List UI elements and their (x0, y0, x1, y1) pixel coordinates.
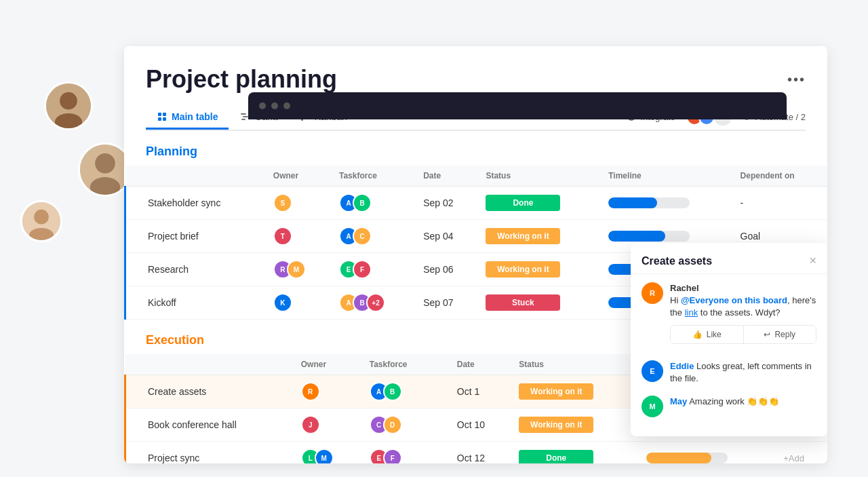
owner-cell: T (265, 220, 331, 253)
tab-main-table[interactable]: Main table (146, 106, 229, 130)
owner-cell: K (265, 286, 331, 320)
popup-title: Create assets (642, 255, 712, 267)
status-badge: Done (486, 195, 560, 211)
task-name: Project brief (125, 220, 265, 253)
status-cell: Stuck (477, 286, 600, 320)
link[interactable]: link (685, 307, 698, 318)
owner-avatar: R (301, 382, 320, 401)
taskforce-cell: A B (331, 187, 415, 220)
status-cell: Working on it (477, 220, 600, 253)
col-status: Status (511, 354, 638, 375)
table-row[interactable]: Project sync L M E F (125, 442, 828, 464)
col-owner: Owner (265, 166, 331, 187)
date-cell: Oct 12 (449, 442, 511, 464)
timeline-bar (608, 197, 657, 208)
col-task (125, 354, 293, 375)
like-button[interactable]: 👍 Like (671, 326, 743, 343)
owner-avatar: T (273, 227, 292, 246)
status-badge: Done (519, 450, 593, 463)
task-name: Research (125, 253, 265, 286)
status-badge: Working on it (486, 261, 560, 278)
owner-avatar: J (301, 415, 320, 434)
date-cell: Sep 02 (415, 187, 477, 220)
page-title: Project planning (146, 65, 337, 94)
timeline-cell (600, 187, 732, 220)
status-badge: Stuck (486, 294, 560, 311)
owner-cell: J (293, 408, 361, 442)
taskforce-cell: A C (331, 220, 415, 253)
comment-section: R Rachel Hi @Everyone on this board, her… (631, 274, 827, 436)
col-taskforce: Taskforce (361, 354, 449, 375)
window-dot-3 (283, 102, 290, 109)
timeline-bar (608, 231, 665, 242)
col-owner: Owner (293, 354, 361, 375)
taskforce-avatar-2: C (353, 227, 372, 246)
comment-item: R Rachel Hi @Everyone on this board, her… (642, 282, 816, 349)
taskforce-avatar-2: D (383, 415, 402, 434)
status-badge: Working on it (486, 228, 560, 244)
taskforce-plus: +2 (366, 293, 385, 312)
owner-avatar: K (273, 293, 292, 312)
date-cell: Sep 06 (415, 253, 477, 286)
main-window: Project planning ••• Main table (124, 46, 827, 463)
comment-reply-eddie: E Eddie Looks great, left comments in th… (642, 360, 816, 385)
comment-text: Eddie Looks great, left comments in the … (670, 360, 816, 385)
svg-point-7 (34, 210, 49, 225)
task-name: Book conference hall (125, 408, 293, 442)
col-taskforce: Taskforce (331, 166, 415, 187)
commenter-avatar-rachel: R (642, 282, 663, 304)
close-popup-button[interactable]: × (809, 254, 816, 268)
svg-point-1 (60, 92, 77, 110)
add-button[interactable]: +Add (783, 453, 804, 463)
taskforce-cell: E F (331, 253, 415, 286)
comment-body: Rachel Hi @Everyone on this board, here'… (670, 282, 816, 349)
status-cell: Working on it (511, 408, 638, 442)
comment-body: May Amazing work 👏👏👏 (670, 396, 816, 417)
comment-reply-may: M May Amazing work 👏👏👏 (642, 396, 816, 417)
col-timeline: Timeline (600, 166, 732, 187)
task-name: Stakeholder sync (125, 187, 265, 220)
col-task (125, 166, 265, 187)
svg-rect-13 (241, 113, 246, 115)
svg-rect-9 (158, 113, 161, 116)
status-cell: Done (477, 187, 600, 220)
commenter-avatar-eddie: E (642, 360, 663, 382)
group-planning-header: Planning (124, 131, 827, 166)
commenter-name: Rachel (670, 283, 699, 293)
date-cell: Oct 10 (449, 408, 511, 442)
table-row[interactable]: Stakeholder sync S A B Sep 0 (125, 187, 828, 220)
avatar-3 (20, 200, 62, 242)
window-dot-2 (271, 102, 278, 109)
taskforce-cell: A B +2 (331, 286, 415, 320)
taskforce-avatar-2: F (383, 449, 402, 463)
eddie-name: Eddie (670, 361, 694, 371)
status-cell: Done (511, 442, 638, 464)
owner-cell: S (265, 187, 331, 220)
owner-cell: R (293, 375, 361, 408)
col-date: Date (449, 354, 511, 375)
status-badge: Working on it (519, 383, 593, 400)
more-options-button[interactable]: ••• (787, 72, 806, 88)
grid-icon (157, 111, 167, 122)
may-name: May (670, 396, 687, 406)
comment-popup: Create assets × R Rachel Hi @Everyone on… (631, 243, 827, 436)
date-cell: Oct 1 (449, 375, 511, 408)
planning-table-header-row: Owner Taskforce Date Status Timeline Dep… (125, 166, 828, 187)
comment-body: Eddie Looks great, left comments in the … (670, 360, 816, 385)
svg-rect-11 (158, 117, 161, 121)
reply-button[interactable]: ↩ Reply (743, 326, 816, 343)
commenter-avatar-may: M (642, 396, 663, 417)
window-dot-1 (259, 102, 266, 109)
owner-avatar: S (273, 193, 292, 212)
popup-title-bar: Create assets × (631, 243, 827, 274)
comment-actions: 👍 Like ↩ Reply (670, 325, 816, 344)
comment-text-before: Hi (670, 295, 681, 305)
svg-rect-10 (163, 113, 166, 116)
status-cell: Working on it (511, 375, 638, 408)
window-top-bar (248, 92, 787, 119)
taskforce-cell: C D (361, 408, 449, 442)
owner-avatar-2: M (315, 449, 334, 463)
col-status: Status (477, 166, 600, 187)
date-cell: Sep 07 (415, 286, 477, 320)
title-row: Project planning ••• (146, 65, 806, 94)
